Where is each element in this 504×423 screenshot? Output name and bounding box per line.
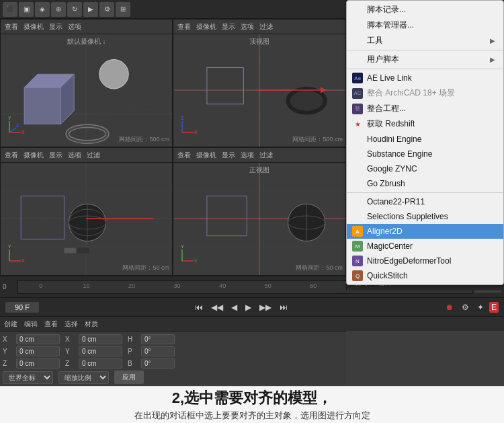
apply-button[interactable]: 应用 bbox=[114, 371, 144, 384]
transport-record[interactable]: ⏺ bbox=[443, 301, 456, 313]
caption-sub: 在出现的对话框中选上要要对齐的主对象，选用图进行方向定 bbox=[134, 410, 370, 422]
coord-b-input[interactable] bbox=[141, 358, 175, 369]
vp-br-display[interactable]: 显示 bbox=[220, 151, 237, 160]
menu-item-user-scripts[interactable]: 用户脚本 ▶ bbox=[347, 52, 503, 67]
menu-item-aligner2d[interactable]: A Aligner2D bbox=[347, 224, 503, 239]
vp-tr-display[interactable]: 显示 bbox=[220, 22, 237, 32]
viewport-bl-content: X Y 网格间距：50 cm bbox=[1, 163, 172, 275]
menu-view[interactable]: 查看 bbox=[43, 319, 59, 329]
toolbar-icon-5[interactable]: ↻ bbox=[67, 2, 82, 17]
menu-tools-label: 工具 bbox=[367, 35, 486, 46]
tl-num-30: 30 bbox=[155, 282, 200, 289]
coord-x2-label: X bbox=[65, 336, 73, 343]
menu-select[interactable]: 选择 bbox=[63, 319, 79, 329]
coord-y-input[interactable] bbox=[16, 346, 60, 356]
menu-item-octane[interactable]: Octane22-PR11 bbox=[347, 194, 503, 209]
toolbar-icon-1[interactable]: ⬛ bbox=[3, 2, 17, 17]
menu-item-script-manager[interactable]: 脚本管理器... bbox=[347, 17, 503, 33]
menu-material[interactable]: 材质 bbox=[83, 319, 99, 329]
coord-h-label: H bbox=[128, 336, 136, 343]
coord-p-input[interactable] bbox=[141, 346, 175, 356]
svg-line-14 bbox=[9, 128, 16, 132]
menu-ae-live-icon: Ae bbox=[352, 73, 363, 83]
menu-item-magiccenter[interactable]: M MagicCenter bbox=[347, 239, 503, 254]
transport-setting2[interactable]: ✦ bbox=[474, 301, 487, 313]
vp-tr-view[interactable]: 查看 bbox=[176, 22, 192, 32]
svg-rect-55 bbox=[207, 196, 247, 235]
menu-item-ae-live[interactable]: Ae AE Live Link bbox=[347, 71, 503, 85]
vp-tr-filter[interactable]: 过滤 bbox=[258, 22, 274, 32]
transport-begin[interactable]: ⏮ bbox=[192, 301, 206, 313]
transport-prev-frame[interactable]: ◀◀ bbox=[208, 301, 226, 313]
menu-houdini-icon bbox=[352, 134, 363, 145]
transport-marker[interactable]: E bbox=[489, 302, 499, 313]
menu-item-google-zync[interactable]: Google ZYNC bbox=[347, 161, 503, 176]
total-frames[interactable]: 90 F bbox=[5, 302, 39, 313]
vp-bl-options[interactable]: 选项 bbox=[67, 151, 83, 160]
menu-item-houdini[interactable]: Houdini Engine bbox=[347, 132, 503, 147]
vp-tl-options[interactable]: 选项 bbox=[67, 22, 83, 32]
vp-tl-display[interactable]: 显示 bbox=[48, 22, 64, 32]
coord-x2-input[interactable] bbox=[79, 334, 122, 344]
viewport-front[interactable]: 查看 摄像机 显示 选项 过滤 正视图 bbox=[173, 147, 346, 276]
transport-play[interactable]: ▶ bbox=[243, 301, 254, 313]
menu-item-quickstitch[interactable]: Q QuickStitch bbox=[347, 268, 503, 283]
vp-bl-grid-label: 网格间距：50 cm bbox=[122, 264, 169, 272]
toolbar-icon-3[interactable]: ◈ bbox=[35, 2, 50, 17]
menu-create[interactable]: 创建 bbox=[3, 319, 19, 329]
menu-edit[interactable]: 编辑 bbox=[23, 319, 39, 329]
vp-bl-display[interactable]: 显示 bbox=[48, 151, 64, 160]
vp-tl-camera[interactable]: 摄像机 bbox=[22, 22, 45, 32]
coord-h-input[interactable] bbox=[141, 334, 175, 344]
coord-y2-input[interactable] bbox=[79, 346, 122, 356]
vp-tr-camera[interactable]: 摄像机 bbox=[195, 22, 218, 32]
vp-br-view[interactable]: 查看 bbox=[176, 151, 192, 160]
vp-bl-camera[interactable]: 摄像机 bbox=[22, 151, 45, 160]
menu-item-nitro[interactable]: N NitroEdgeDeformerTool bbox=[347, 254, 503, 268]
toolbar-icon-6[interactable]: ▶ bbox=[83, 2, 98, 17]
coord-z2-input[interactable] bbox=[79, 358, 122, 369]
menu-substance-icon bbox=[352, 149, 363, 159]
scale-select[interactable]: 缩放比例 bbox=[58, 371, 109, 384]
coord-x-input[interactable] bbox=[16, 334, 60, 344]
menu-item-zbrush[interactable]: Go Zbrush bbox=[347, 176, 503, 191]
transport-setting1[interactable]: ⚙ bbox=[459, 301, 472, 313]
viewport-tr-toolbar: 查看 摄像机 显示 选项 过滤 bbox=[173, 20, 345, 34]
vp-br-filter[interactable]: 过滤 bbox=[258, 151, 274, 160]
menu-item-script-record[interactable]: 脚本记录... bbox=[347, 2, 503, 17]
transport-end[interactable]: ⏭ bbox=[277, 301, 290, 313]
toolbar-icon-4[interactable]: ⊕ bbox=[51, 2, 66, 17]
svg-point-9 bbox=[67, 126, 107, 142]
vp-br-options[interactable]: 选项 bbox=[239, 151, 255, 160]
coord-system-select[interactable]: 世界全标 bbox=[3, 371, 53, 384]
transport-forward[interactable]: ▶▶ bbox=[257, 301, 274, 313]
menu-item-tools[interactable]: 工具 ▶ bbox=[347, 33, 503, 48]
menu-quickstitch-label: QuickStitch bbox=[367, 271, 495, 280]
menu-item-selections[interactable]: Selections Suppletives bbox=[347, 209, 503, 224]
viewport-tr-scene bbox=[173, 34, 345, 147]
vp-bl-view[interactable]: 查看 bbox=[3, 151, 19, 160]
menu-aligner2d-icon: A bbox=[352, 226, 363, 237]
toolbar-icon-8[interactable]: ⊞ bbox=[116, 2, 130, 17]
menu-item-integrate[interactable]: 整 整合工程... bbox=[347, 101, 503, 116]
vp-bl-filter[interactable]: 过滤 bbox=[85, 151, 101, 160]
toolbar-icon-2[interactable]: ▣ bbox=[19, 2, 34, 17]
vp-tl-view[interactable]: 查看 bbox=[3, 22, 19, 32]
caption-main: 2,选中需要对齐的模型， bbox=[172, 388, 332, 408]
menu-ae-live-label: AE Live Link bbox=[367, 73, 495, 83]
coord-z-input[interactable] bbox=[16, 358, 60, 369]
menu-item-redshift[interactable]: ★ 获取 Redshift bbox=[347, 116, 503, 132]
viewport-perspective[interactable]: 查看 摄像机 显示 选项 默认摄像机 ↓ bbox=[0, 19, 173, 147]
menu-script-record-label: 脚本记录... bbox=[367, 4, 495, 15]
menu-item-substance[interactable]: Substance Engine bbox=[347, 147, 503, 161]
transport-back[interactable]: ◀ bbox=[228, 301, 240, 313]
menu-script-manager-icon bbox=[352, 20, 363, 31]
tl-num-40: 40 bbox=[200, 282, 245, 289]
toolbar-icon-7[interactable]: ⚙ bbox=[99, 2, 114, 17]
viewport-top[interactable]: 查看 摄像机 显示 选项 过滤 顶视图 bbox=[173, 19, 346, 147]
vp-br-camera[interactable]: 摄像机 bbox=[195, 151, 218, 160]
vp-tr-options[interactable]: 选项 bbox=[239, 22, 255, 32]
viewport-bl[interactable]: 查看 摄像机 显示 选项 过滤 bbox=[0, 147, 173, 276]
menu-item-archicad[interactable]: AC 整合 ArchiCAD 18+ 场景 bbox=[347, 85, 503, 101]
attr-panel: X X H Y Y P Z Z B 世界全标 缩放比例 应用 bbox=[0, 331, 346, 385]
